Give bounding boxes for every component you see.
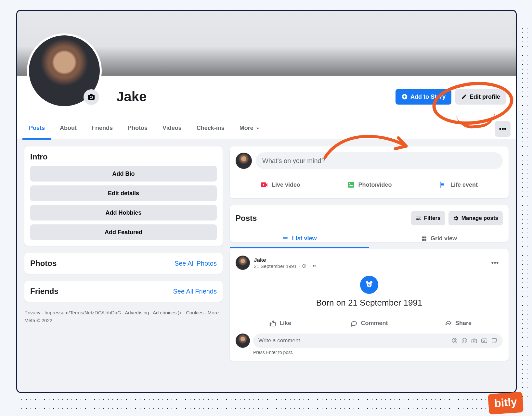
- tab-friends[interactable]: Friends: [85, 118, 119, 140]
- posts-panel: Posts Filters Manage posts: [230, 205, 509, 242]
- svg-rect-9: [422, 239, 424, 241]
- svg-point-6: [420, 219, 421, 220]
- posts-title: Posts: [236, 214, 408, 223]
- grid-view-label: Grid view: [431, 235, 457, 242]
- svg-point-1: [263, 184, 264, 186]
- edit-details-button[interactable]: Edit details: [30, 185, 217, 201]
- camera-icon: [87, 93, 95, 101]
- svg-point-4: [420, 217, 421, 218]
- life-event-button[interactable]: Life event: [414, 177, 503, 192]
- bitly-watermark: bitly: [488, 392, 524, 414]
- tab-about[interactable]: About: [53, 118, 83, 140]
- post-meta: 21 September 1991 · ·: [254, 263, 483, 269]
- friends-card: Friends See All Friends: [24, 281, 223, 302]
- manage-posts-label: Manage posts: [461, 215, 498, 221]
- live-video-label: Live video: [272, 182, 300, 188]
- profile-name: Jake: [116, 89, 396, 105]
- add-to-story-button[interactable]: Add to Story: [396, 89, 451, 105]
- add-bio-button[interactable]: Add Bio: [30, 166, 217, 182]
- svg-point-12: [313, 265, 315, 266]
- tab-more[interactable]: More: [233, 118, 266, 140]
- friends-title: Friends: [30, 287, 58, 296]
- list-view-label: List view: [292, 235, 317, 242]
- ellipsis-icon: •••: [491, 258, 499, 267]
- like-label: Like: [279, 320, 291, 327]
- sticker-icon: [491, 337, 498, 344]
- comment-avatar[interactable]: [236, 334, 250, 348]
- live-video-button[interactable]: Live video: [236, 177, 325, 192]
- filters-button[interactable]: Filters: [411, 211, 445, 225]
- post-author[interactable]: Jake: [254, 257, 483, 263]
- comment-placeholder: Write a comment…: [258, 337, 305, 344]
- profile-tabs: Posts About Friends Photos Videos Check-…: [17, 118, 516, 139]
- comment-input-icons: GIF: [451, 337, 498, 344]
- grid-view-tab[interactable]: Grid view: [369, 230, 509, 248]
- more-options-button[interactable]: •••: [495, 121, 511, 137]
- svg-point-13: [315, 265, 316, 266]
- like-button[interactable]: Like: [236, 315, 325, 331]
- gif-icon: GIF: [481, 337, 488, 344]
- profile-header: Jake Add to Story Edit profile: [17, 76, 516, 118]
- composer-card: What's on your mind? Live video Photo/vi…: [230, 146, 509, 198]
- svg-point-27: [473, 340, 475, 342]
- add-hobbies-button[interactable]: Add Hobbies: [30, 205, 217, 221]
- tab-photos[interactable]: Photos: [121, 118, 154, 140]
- grid-icon: [421, 235, 427, 242]
- add-featured-button[interactable]: Add Featured: [30, 224, 217, 240]
- svg-rect-20: [270, 322, 271, 326]
- photo-video-button[interactable]: Photo/video: [325, 177, 414, 192]
- speech-bubble-icon: [350, 320, 357, 327]
- photos-title: Photos: [30, 259, 57, 268]
- post-menu-button[interactable]: •••: [487, 255, 503, 271]
- photos-card: Photos See All Photos: [24, 253, 223, 274]
- composer-input[interactable]: What's on your mind?: [256, 152, 503, 169]
- decorative-dots-right: [516, 26, 529, 403]
- svg-point-25: [465, 340, 466, 341]
- post-avatar[interactable]: [236, 256, 250, 270]
- svg-rect-7: [422, 236, 424, 238]
- share-button[interactable]: Share: [414, 315, 503, 331]
- add-to-story-label: Add to Story: [410, 94, 446, 100]
- post-date: 21 September 1991: [254, 263, 297, 269]
- svg-point-19: [369, 285, 370, 286]
- birth-post: Jake 21 September 1991 · · •••: [230, 249, 509, 361]
- share-label: Share: [455, 320, 472, 327]
- composer-avatar[interactable]: [236, 153, 252, 169]
- pencil-icon: [461, 94, 467, 100]
- list-view-tab[interactable]: List view: [230, 230, 369, 248]
- manage-posts-button[interactable]: Manage posts: [448, 211, 503, 225]
- app-window: Jake Add to Story Edit profile Posts Abo…: [16, 10, 517, 393]
- comment-label: Comment: [361, 320, 388, 327]
- svg-point-22: [454, 339, 456, 341]
- camera-icon: [471, 337, 477, 344]
- svg-point-3: [349, 183, 350, 184]
- svg-point-23: [462, 338, 467, 343]
- clock-icon: [302, 264, 306, 268]
- change-photo-button[interactable]: [84, 89, 99, 105]
- edit-profile-button[interactable]: Edit profile: [455, 89, 506, 105]
- photo-video-label: Photo/video: [358, 182, 392, 188]
- ellipsis-icon: •••: [499, 125, 506, 133]
- comment-hint: Press Enter to post.: [253, 350, 503, 355]
- see-all-friends-link[interactable]: See All Friends: [173, 288, 217, 295]
- tab-videos[interactable]: Videos: [156, 118, 188, 140]
- thumbs-up-icon: [269, 320, 276, 327]
- intro-title: Intro: [30, 152, 217, 161]
- svg-point-18: [370, 284, 370, 285]
- emoji-icon: [461, 337, 468, 344]
- page-footer: Privacy · Impressum/Terms/NetzDG/UrhDaG …: [24, 309, 223, 324]
- decorative-dots-bottom: [19, 397, 519, 410]
- post-headline: Born on 21 September 1991: [236, 298, 503, 308]
- comment-input[interactable]: Write a comment… GIF: [253, 334, 503, 348]
- tab-posts[interactable]: Posts: [22, 118, 51, 140]
- see-all-photos-link[interactable]: See All Photos: [175, 260, 217, 267]
- filters-label: Filters: [424, 215, 441, 221]
- share-arrow-icon: [445, 320, 452, 327]
- life-event-label: Life event: [450, 182, 478, 188]
- edit-profile-label: Edit profile: [470, 94, 500, 100]
- svg-point-16: [367, 283, 372, 287]
- tab-checkins[interactable]: Check-ins: [190, 118, 231, 140]
- comment-button[interactable]: Comment: [325, 315, 414, 331]
- flag-icon: [439, 181, 447, 189]
- photo-icon: [347, 181, 355, 189]
